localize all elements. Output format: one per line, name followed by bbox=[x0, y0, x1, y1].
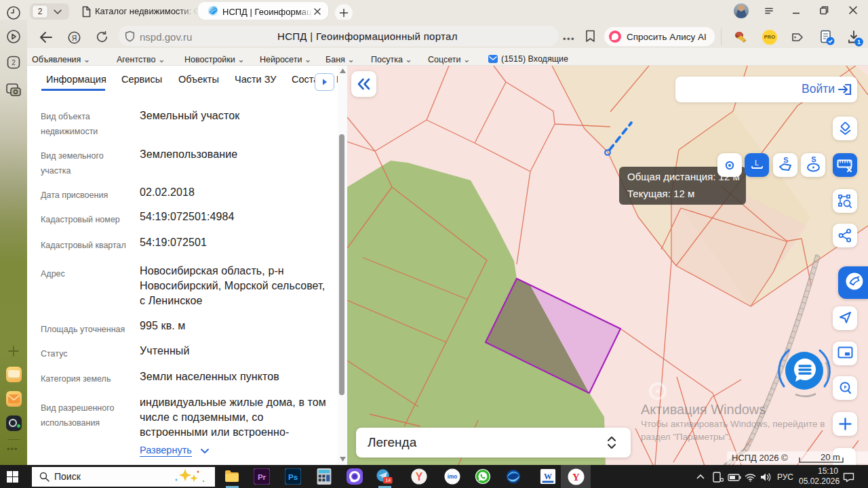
svg-text:14: 14 bbox=[385, 478, 391, 483]
svg-text:Я: Я bbox=[72, 34, 77, 42]
svg-text:1: 1 bbox=[857, 39, 861, 45]
svg-text:S: S bbox=[811, 156, 816, 163]
svg-text:Pr: Pr bbox=[258, 473, 267, 481]
svg-text:Ps: Ps bbox=[288, 473, 298, 481]
svg-text:L: L bbox=[755, 159, 759, 167]
svg-text:imo: imo bbox=[448, 474, 458, 480]
svg-text:S: S bbox=[783, 157, 788, 164]
svg-text:Y: Y bbox=[572, 472, 580, 483]
svg-text:W: W bbox=[544, 472, 552, 481]
svg-text:Y: Y bbox=[416, 471, 423, 483]
svg-text:2: 2 bbox=[12, 59, 16, 66]
